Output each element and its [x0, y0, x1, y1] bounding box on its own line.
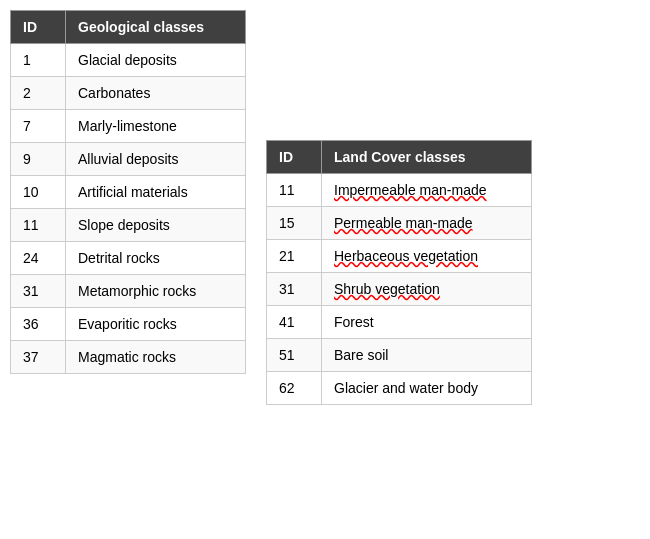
geo-row-id: 37 [11, 341, 66, 374]
geo-row-label: Slope deposits [66, 209, 246, 242]
geo-row-id: 2 [11, 77, 66, 110]
table-row: 31Metamorphic rocks [11, 275, 246, 308]
tables-container: ID Geological classes 1Glacial deposits2… [10, 10, 532, 405]
table-row: 11Slope deposits [11, 209, 246, 242]
table-row: 36Evaporitic rocks [11, 308, 246, 341]
geo-row-id: 24 [11, 242, 66, 275]
geo-row-label: Evaporitic rocks [66, 308, 246, 341]
table-row: 51Bare soil [267, 339, 532, 372]
geo-row-label: Metamorphic rocks [66, 275, 246, 308]
lc-row-id: 41 [267, 306, 322, 339]
geo-row-id: 11 [11, 209, 66, 242]
geo-row-id: 9 [11, 143, 66, 176]
lc-col-id-header: ID [267, 141, 322, 174]
geo-row-label: Glacial deposits [66, 44, 246, 77]
table-row: 9Alluvial deposits [11, 143, 246, 176]
geo-row-id: 1 [11, 44, 66, 77]
geological-table: ID Geological classes 1Glacial deposits2… [10, 10, 246, 374]
table-row: 2Carbonates [11, 77, 246, 110]
geo-row-id: 31 [11, 275, 66, 308]
lc-row-id: 51 [267, 339, 322, 372]
lc-row-label: Herbaceous vegetation [322, 240, 532, 273]
landcover-table: ID Land Cover classes 11Impermeable man-… [266, 140, 532, 405]
table-row: 10Artificial materials [11, 176, 246, 209]
geo-row-id: 36 [11, 308, 66, 341]
lc-row-id: 15 [267, 207, 322, 240]
lc-col-class-header: Land Cover classes [322, 141, 532, 174]
lc-row-label: Glacier and water body [322, 372, 532, 405]
table-row: 11Impermeable man-made [267, 174, 532, 207]
table-row: 7Marly-limestone [11, 110, 246, 143]
lc-row-label: Bare soil [322, 339, 532, 372]
geo-row-label: Magmatic rocks [66, 341, 246, 374]
table-row: 15Permeable man-made [267, 207, 532, 240]
geo-row-label: Carbonates [66, 77, 246, 110]
table-row: 62Glacier and water body [267, 372, 532, 405]
geo-row-id: 7 [11, 110, 66, 143]
geo-col-id-header: ID [11, 11, 66, 44]
lc-row-id: 11 [267, 174, 322, 207]
lc-row-id: 31 [267, 273, 322, 306]
table-row: 1Glacial deposits [11, 44, 246, 77]
geo-row-label: Alluvial deposits [66, 143, 246, 176]
table-row: 24Detrital rocks [11, 242, 246, 275]
table-row: 21Herbaceous vegetation [267, 240, 532, 273]
geo-row-id: 10 [11, 176, 66, 209]
lc-row-label: Impermeable man-made [322, 174, 532, 207]
geo-row-label: Marly-limestone [66, 110, 246, 143]
lc-row-id: 21 [267, 240, 322, 273]
geo-row-label: Detrital rocks [66, 242, 246, 275]
table-row: 31Shrub vegetation [267, 273, 532, 306]
geo-row-label: Artificial materials [66, 176, 246, 209]
table-row: 41Forest [267, 306, 532, 339]
geo-col-class-header: Geological classes [66, 11, 246, 44]
lc-row-label: Forest [322, 306, 532, 339]
lc-row-id: 62 [267, 372, 322, 405]
table-row: 37Magmatic rocks [11, 341, 246, 374]
lc-row-label: Shrub vegetation [322, 273, 532, 306]
lc-row-label: Permeable man-made [322, 207, 532, 240]
